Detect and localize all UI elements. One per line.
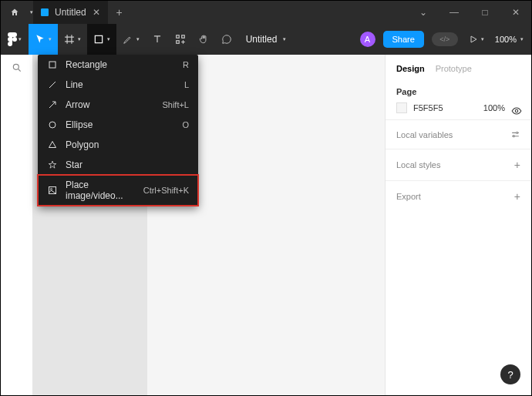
tab-prototype[interactable]: Prototype — [436, 64, 472, 73]
menu-item-shortcut: L — [184, 80, 189, 89]
chevron-down-icon[interactable]: ⌄ — [408, 7, 439, 18]
avatar[interactable]: A — [360, 32, 375, 47]
visibility-icon[interactable] — [511, 106, 522, 116]
svg-point-10 — [49, 122, 56, 128]
zoom-control[interactable]: 100% ▾ — [495, 35, 524, 44]
chevron-down-icon: ▾ — [136, 36, 140, 42]
shape-menu-item-arrow[interactable]: ArrowShift+L — [38, 95, 198, 115]
svg-point-7 — [517, 132, 518, 133]
close-icon[interactable]: ✕ — [93, 7, 100, 18]
right-panel: Design Prototype Page F5F5F5 100% Local … — [385, 55, 531, 395]
new-tab-button[interactable]: + — [108, 6, 131, 18]
resources-tool[interactable] — [169, 24, 192, 55]
hand-tool[interactable] — [192, 24, 215, 55]
svg-point-12 — [51, 189, 52, 190]
chevron-down-icon: ▾ — [283, 36, 286, 42]
svg-rect-4 — [177, 41, 180, 44]
present-button[interactable]: ▾ — [466, 24, 487, 55]
titlebar: ▾ Untitled ✕ + ⌄ — □ ✕ — [1, 1, 531, 24]
chevron-down-icon: ▾ — [78, 36, 81, 42]
svg-point-5 — [13, 64, 19, 69]
svg-point-6 — [515, 109, 518, 112]
close-window-button[interactable]: ✕ — [500, 7, 531, 18]
menu-item-label: Arrow — [66, 99, 154, 110]
chevron-down-icon: ▾ — [520, 36, 524, 42]
svg-rect-3 — [182, 35, 185, 39]
share-button[interactable]: Share — [383, 31, 424, 48]
maximize-button[interactable]: □ — [470, 7, 500, 18]
move-tool[interactable]: ▾ — [29, 24, 58, 55]
comment-tool[interactable] — [215, 24, 238, 55]
search-button[interactable] — [12, 62, 22, 395]
file-icon — [41, 8, 49, 16]
line-icon — [47, 80, 58, 89]
menu-item-shortcut: O — [182, 120, 189, 129]
local-styles-label[interactable]: Local styles — [396, 160, 440, 169]
page-color-swatch[interactable] — [396, 102, 407, 113]
minimize-button[interactable]: — — [439, 7, 470, 18]
add-style-button[interactable]: + — [514, 159, 520, 171]
shape-tool-menu: RectangleRLineLArrowShift+LEllipseOPolyg… — [38, 55, 198, 206]
doc-title-text: Untitled — [246, 34, 278, 45]
settings-icon[interactable] — [510, 129, 520, 139]
frame-tool[interactable]: ▾ — [58, 24, 87, 55]
shape-menu-item-polygon[interactable]: Polygon — [38, 135, 198, 155]
star-icon — [47, 160, 58, 169]
local-variables-label[interactable]: Local variables — [396, 130, 453, 139]
text-tool[interactable] — [146, 24, 169, 55]
menu-item-label: Rectangle — [66, 59, 175, 70]
svg-rect-9 — [49, 62, 56, 68]
shape-menu-item-image[interactable]: Place image/video...Ctrl+Shift+K — [38, 175, 198, 206]
chevron-down-icon: ▾ — [481, 36, 484, 42]
export-label[interactable]: Export — [396, 192, 421, 201]
menu-item-shortcut: R — [183, 60, 189, 69]
svg-point-8 — [513, 136, 514, 137]
page-section-title: Page — [396, 87, 520, 96]
tab-title: Untitled — [55, 7, 86, 18]
main-menu-button[interactable]: ▾ — [1, 32, 29, 46]
shape-tool[interactable]: ▾ — [87, 24, 116, 55]
menu-item-shortcut: Shift+L — [162, 100, 189, 109]
dev-mode-toggle[interactable]: </> — [432, 32, 458, 46]
svg-rect-2 — [177, 35, 180, 39]
menu-item-label: Place image/video... — [66, 180, 136, 201]
menu-item-label: Line — [66, 79, 177, 90]
left-panel — [1, 55, 33, 395]
shape-menu-item-star[interactable]: Star — [38, 155, 198, 175]
home-button[interactable] — [1, 1, 29, 24]
chevron-down-icon: ▾ — [107, 36, 110, 42]
image-icon — [47, 186, 58, 195]
page-color-value[interactable]: F5F5F5 — [413, 103, 443, 112]
menu-item-label: Ellipse — [66, 119, 174, 130]
document-title[interactable]: Untitled ▾ — [246, 34, 287, 45]
file-tab[interactable]: Untitled ✕ — [33, 1, 108, 24]
polygon-icon — [47, 140, 58, 149]
menu-item-shortcut: Ctrl+Shift+K — [143, 186, 189, 195]
add-export-button[interactable]: + — [514, 190, 520, 203]
toolbar: ▾ ▾ ▾ ▾ ▾ Untitled ▾ A Share </> ▾ — [1, 24, 531, 55]
menu-item-label: Polygon — [66, 139, 181, 150]
ellipse-icon — [47, 120, 58, 129]
tab-design[interactable]: Design — [396, 64, 425, 73]
page-opacity-value[interactable]: 100% — [483, 103, 505, 112]
shape-menu-item-ellipse[interactable]: EllipseO — [38, 115, 198, 135]
chevron-down-icon: ▾ — [19, 36, 22, 42]
help-button[interactable]: ? — [500, 364, 520, 384]
shape-menu-item-rectangle[interactable]: RectangleR — [38, 55, 198, 75]
shape-menu-item-line[interactable]: LineL — [38, 75, 198, 95]
menu-item-label: Star — [66, 159, 181, 170]
pen-tool[interactable]: ▾ — [116, 24, 146, 55]
chevron-down-icon: ▾ — [49, 36, 52, 42]
svg-rect-1 — [95, 35, 102, 42]
svg-point-0 — [12, 37, 17, 42]
arrow-icon — [47, 100, 58, 109]
rectangle-icon — [47, 60, 58, 69]
